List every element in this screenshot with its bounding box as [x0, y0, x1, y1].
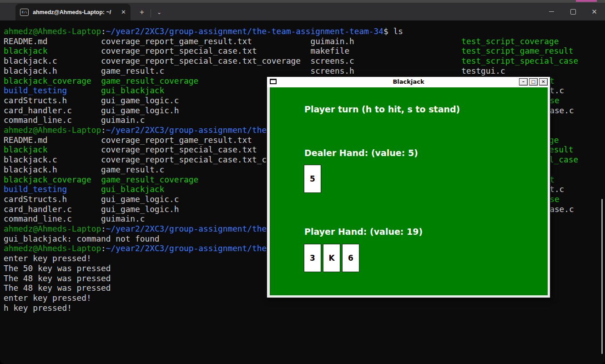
tab-title: ahmedz@Ahmeds-Laptop: ~/	[33, 9, 117, 15]
terminal-line: blackjack.c coverage_report_special_case…	[4, 56, 578, 66]
windows-terminal-window: C:\ ahmedz@Ahmeds-Laptop: ~/ ✕ + ⌄ ✕ ahm…	[0, 0, 605, 364]
maximize-button[interactable]	[562, 3, 584, 20]
terminal-line: The 48 key was pressed	[4, 273, 111, 283]
blackjack-table: Player turn (h to hit, s to stand) Deale…	[270, 87, 548, 295]
minimize-button[interactable]	[541, 3, 562, 20]
terminal-titlebar: C:\ ahmedz@Ahmeds-Laptop: ~/ ✕ + ⌄ ✕	[0, 3, 605, 20]
playing-card: 5	[304, 165, 321, 193]
terminal-tab[interactable]: C:\ ahmedz@Ahmeds-Laptop: ~/ ✕	[15, 4, 131, 20]
close-button[interactable]: ✕	[584, 3, 605, 20]
playing-card: K	[323, 244, 340, 272]
tab-close-button[interactable]: ✕	[121, 9, 126, 15]
blackjack-window-title: Blackjack	[267, 78, 550, 85]
terminal-line: blackjack coverage_report_special_case.t…	[4, 46, 574, 56]
terminal-line: blackjack_coverage game_result_coveraget	[4, 175, 198, 185]
terminal-line: command_line.c guimain.c	[4, 115, 145, 125]
tab-dropdown-button[interactable]: ⌄	[153, 6, 166, 18]
blackjack-maximize-button[interactable]: □	[529, 78, 538, 86]
background-accent-strip	[576, 0, 597, 2]
terminal-line: h key pressed!	[4, 303, 72, 313]
minimize-icon	[549, 11, 554, 12]
dealer-hand-label: Dealer Hand: (value: 5)	[304, 148, 418, 158]
close-icon: ✕	[591, 8, 597, 16]
blackjack-titlebar[interactable]: Blackjack – □ ✕	[267, 77, 550, 87]
turn-status-text: Player turn (h to hit, s to stand)	[304, 104, 460, 114]
player-hand-label: Player Hand: (value: 19)	[304, 227, 423, 237]
playing-card: 3	[304, 244, 321, 272]
blackjack-minimize-button[interactable]: –	[519, 78, 528, 86]
player-cards: 3K6	[304, 244, 359, 272]
new-tab-button[interactable]: +	[136, 6, 148, 18]
terminal-line: gui_blackjack: command not found	[4, 234, 160, 244]
maximize-icon	[570, 9, 576, 15]
blackjack-window: Blackjack – □ ✕ Player turn (h to hit, s…	[267, 76, 550, 298]
terminal-line: card_handler.c gui_game_logic.hase.c	[4, 106, 179, 116]
terminal-line: enter key pressed!	[4, 253, 91, 263]
playing-card: 6	[342, 244, 359, 272]
blackjack-window-controls: – □ ✕	[519, 78, 548, 86]
terminal-line: build_testing gui_blackjackt.c	[4, 184, 164, 194]
terminal-line: card_handler.c gui_game_logic.hase.c	[4, 204, 179, 214]
dealer-cards: 5	[304, 165, 321, 193]
terminal-line: cardStructs.h gui_game_logic.cse	[4, 96, 179, 106]
terminal-line: build_testing gui_blackjackt.c	[4, 86, 164, 96]
terminal-line: README.md coverage_report_game_result.tx…	[4, 36, 559, 46]
window-controls: ✕	[541, 3, 605, 20]
tab-bar-divider	[151, 9, 151, 17]
terminal-line: cardStructs.h gui_game_logic.cse	[4, 194, 179, 204]
terminal-app-icon: C:\	[20, 9, 29, 16]
terminal-line: The 48 key was pressed	[4, 283, 111, 293]
terminal-line: enter key pressed!	[4, 293, 91, 303]
terminal-line: blackjack.h game_result.c screens.h test…	[4, 66, 505, 76]
terminal-line: The 50 key was pressed	[4, 263, 111, 273]
terminal-line: blackjack_coverage game_result_coveraget	[4, 76, 198, 86]
terminal-line: command_line.c guimain.c	[4, 214, 145, 224]
terminal-scrollbar-thumb[interactable]	[601, 199, 603, 354]
blackjack-close-button[interactable]: ✕	[539, 78, 548, 86]
terminal-line: ahmedz@Ahmeds-Laptop:~/year2/2XC3/group-…	[4, 26, 403, 36]
